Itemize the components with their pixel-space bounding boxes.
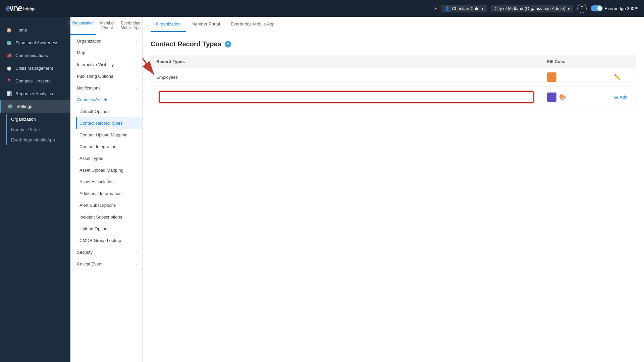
sidebar-sub-member-portal[interactable]: Member Portal [11, 124, 70, 135]
chevron-right-icon: › [136, 98, 137, 102]
new-record-row: 🎨 ⊞ Add [151, 86, 636, 108]
badge-360: Everbridge 360™ [591, 5, 639, 11]
sidebar-sub-organization[interactable]: Organization [11, 114, 70, 124]
sidebar2-label-cmdb-group-lookup: CMDB Group Lookup [79, 238, 121, 243]
col-actions [609, 55, 636, 68]
main-sidebar: « 🏠 Home 🗺️ Situational Awareness 📣 Comm… [0, 17, 70, 362]
sidebar-item-crisis-management[interactable]: ⏱️ Crisis Management [0, 62, 70, 74]
page-title-row: Contact Record Types ? [151, 40, 636, 48]
org-dropdown-icon: ▾ [568, 6, 570, 11]
col-fill-color: Fill Color [542, 55, 609, 68]
chevron-right-icon: › [136, 39, 137, 43]
edit-button[interactable]: ✏️ [614, 74, 621, 80]
sidebar2-label-critical-event: Critical Event [77, 261, 103, 266]
main-content: Contact Record Types ? Record Types Fill… [143, 32, 644, 116]
tab-mobile-app[interactable]: Everbridge Mobile App [119, 17, 142, 35]
sidebar2-item-organization[interactable]: Organization › [70, 35, 142, 47]
main-tabs: Organization Member Portal Everbridge Mo… [143, 17, 644, 32]
sidebar2-label-upload-options: Upload Options [79, 226, 110, 231]
sidebar2-label-additional-information: Additional Information [79, 191, 122, 196]
sidebar2-item-cmdb-group-lookup[interactable]: CMDB Group Lookup [76, 235, 142, 246]
svg-text:bridge: bridge [23, 7, 36, 11]
tab-organization[interactable]: Organization [70, 17, 96, 35]
situational-awareness-icon: 🗺️ [6, 40, 12, 46]
sidebar-label-home: Home [15, 27, 27, 33]
new-record-name-input[interactable] [160, 92, 533, 102]
palette-icon[interactable]: 🎨 [558, 93, 567, 101]
sidebar2-item-interactive-visibility[interactable]: Interactive Visibility › [70, 59, 142, 70]
sidebar-item-contacts-assets[interactable]: 📍 Contacts + Assets [0, 74, 70, 87]
sidebar-item-communications[interactable]: 📣 Communications [0, 49, 70, 62]
sidebar-sub-mobile-app[interactable]: Everbridge Mobile App [11, 135, 70, 145]
sidebar2-item-alert-subscriptions[interactable]: Alert Subscriptions [76, 199, 142, 211]
sidebar2-item-asset-association[interactable]: Asset Association [76, 176, 142, 188]
crisis-management-icon: ⏱️ [6, 65, 12, 71]
org-label: City of Midland (Organization Admin) [494, 6, 566, 11]
settings-icon: ⚙️ [7, 103, 13, 109]
sidebar2-item-contact-record-types[interactable]: Contact Record Types [76, 117, 142, 129]
sidebar2-item-contacts-assets[interactable]: Contacts/Assets › [70, 94, 142, 106]
sidebar2-label-incident-subscriptions: Incident Subscriptions [79, 215, 122, 220]
cell-actions: ✏️ [609, 70, 636, 84]
sidebar2-item-critical-event[interactable]: Critical Event › [70, 258, 142, 270]
user-icon: 👤 [444, 6, 450, 11]
help-button[interactable]: ? [577, 4, 587, 13]
reports-analytics-icon: 📊 [6, 90, 12, 97]
settings-sidebar: Organization Member Portal Everbridge Mo… [70, 17, 143, 362]
sidebar2-item-publishing-options[interactable]: Publishing Options › [70, 70, 142, 82]
sidebar2-label-contact-integration: Contact Integration [79, 144, 116, 149]
sidebar2-item-asset-upload-mapping[interactable]: Asset Upload Mapping [76, 164, 142, 176]
sidebar2-label-security: Security [77, 250, 93, 255]
sidebar2-label-default-options: Default Options [79, 109, 110, 114]
sidebar2-label-contact-record-types: Contact Record Types [79, 121, 122, 126]
sidebar2-item-incident-subscriptions[interactable]: Incident Subscriptions [76, 211, 142, 223]
tab-member-portal[interactable]: Member Portal [96, 17, 119, 35]
sidebar-label-contacts-assets: Contacts + Assets [15, 78, 50, 83]
org-menu[interactable]: City of Midland (Organization Admin) ▾ [491, 5, 573, 12]
cell-record-name: Employees [151, 71, 542, 84]
sidebar2-label-asset-association: Asset Association [79, 179, 114, 184]
sidebar2-label-asset-types: Asset Types [79, 156, 103, 161]
sidebar2-item-notifications[interactable]: Notifications › [70, 82, 142, 94]
sidebar2-item-default-options[interactable]: Default Options [76, 106, 142, 117]
chevron-right-icon: › [136, 51, 137, 55]
sidebar2-item-contact-integration[interactable]: Contact Integration [76, 141, 142, 153]
main-tab-mobile-app[interactable]: Everbridge Mobile App [225, 17, 280, 32]
sidebar2-item-additional-information[interactable]: Additional Information [76, 188, 142, 199]
sidebar-label-crisis-management: Crisis Management [15, 66, 53, 71]
main-tab-member-portal[interactable]: Member Portal [186, 17, 225, 32]
user-menu[interactable]: 👤 Christian Cole ▾ [441, 5, 487, 12]
user-name: Christian Cole [452, 6, 479, 11]
sidebar-item-settings[interactable]: ⚙️ Settings [0, 100, 70, 113]
new-row-input-container [151, 86, 542, 108]
sidebar2-label-contacts-assets: Contacts/Assets [77, 97, 108, 102]
sidebar-label-reports-analytics: Reports + Analytics [15, 91, 53, 96]
sidebar2-label-contact-upload-mapping: Contact Upload Mapping [79, 132, 127, 137]
chevron-right-icon: › [136, 262, 137, 266]
color-swatch-purple[interactable] [547, 93, 556, 102]
communications-icon: 📣 [6, 52, 12, 58]
sidebar-item-home[interactable]: 🏠 Home [0, 23, 70, 36]
sidebar2-item-asset-types[interactable]: Asset Types [76, 153, 142, 164]
sidebar-item-reports-analytics[interactable]: 📊 Reports + Analytics [0, 87, 70, 100]
record-types-table: Record Types Fill Color Employees ✏️ [151, 55, 636, 108]
main-tab-organization[interactable]: Organization [151, 17, 186, 32]
main-content-area: Organization Member Portal Everbridge Mo… [143, 17, 644, 362]
contacts-assets-icon: 📍 [6, 78, 12, 84]
sidebar2-item-map[interactable]: Map › [70, 47, 142, 59]
col-record-types: Record Types [151, 55, 542, 68]
sidebar-label-communications: Communications [15, 53, 48, 58]
sidebar2-item-security[interactable]: Security › [70, 246, 142, 258]
sidebar2-label-organization: Organization [77, 39, 102, 44]
collapse-nav-button[interactable]: » [434, 5, 437, 11]
sidebar2-item-upload-options[interactable]: Upload Options [76, 223, 142, 235]
sidebar2-label-asset-upload-mapping: Asset Upload Mapping [79, 168, 123, 173]
add-button[interactable]: ⊞ Add [609, 95, 636, 100]
new-row-input-wrapper [159, 91, 534, 103]
sidebar-item-situational-awareness[interactable]: 🗺️ Situational Awareness [0, 36, 70, 49]
sidebar2-item-contact-upload-mapping[interactable]: Contact Upload Mapping [76, 129, 142, 141]
page-help-icon[interactable]: ? [225, 41, 231, 48]
home-icon: 🏠 [6, 27, 12, 33]
sidebar-label-situational-awareness: Situational Awareness [15, 40, 58, 45]
toggle-360[interactable] [591, 5, 603, 11]
